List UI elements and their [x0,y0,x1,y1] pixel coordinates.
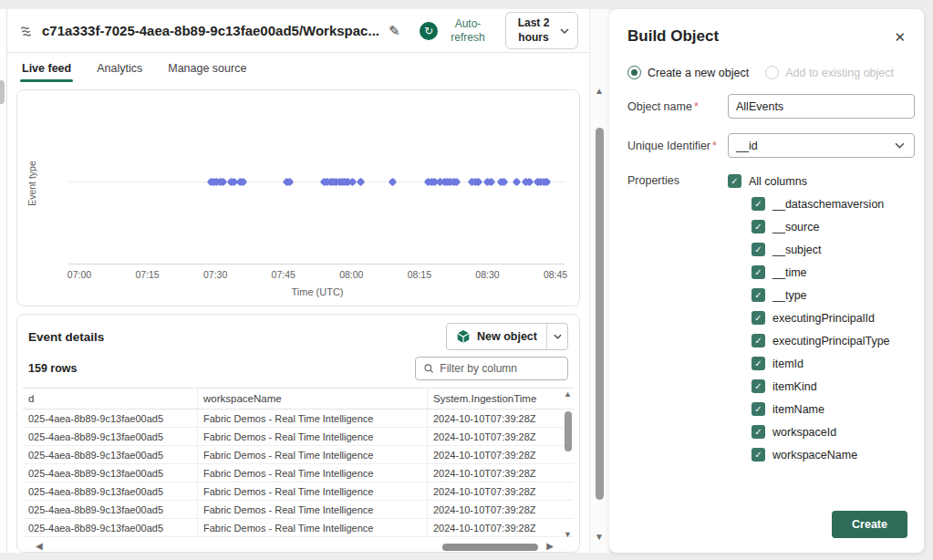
unique-identifier-value: __id [736,140,758,152]
table-cell: Fabric Demos - Real Time Intelligence [198,428,428,445]
auto-refresh-label: Auto-refresh [445,17,491,45]
chevron-down-icon [895,142,905,149]
table-cell: 025-4aea-8b89-9c13fae00ad5 [23,464,198,482]
table-hscroll-thumb[interactable] [442,544,538,551]
table-cell: Fabric Demos - Real Time Intelligence [198,501,428,518]
page-scroll-down-arrow-icon[interactable]: ▼ [595,532,604,542]
event-data-point[interactable] [356,177,365,186]
object-name-label: Object name* [627,100,728,113]
table-row[interactable]: 025-4aea-8b89-9c13fae00ad5Fabric Demos -… [23,446,574,464]
radio-create-new-object[interactable]: Create a new object [627,66,749,79]
close-icon[interactable]: ✕ [894,30,906,44]
table-cell: 2024-10-10T07:39:28Z [428,482,555,500]
column-header-id[interactable]: d [23,389,198,409]
new-object-button[interactable]: New object [447,324,546,349]
filter-by-column-box [415,357,568,380]
table-cell: Fabric Demos - Real Time Intelligence [198,410,428,427]
panel-title: Build Object [627,27,719,46]
object-cube-icon [456,329,471,344]
chart-y-axis-label: Event type [26,156,37,211]
table-cell: Fabric Demos - Real Time Intelligence [198,519,428,536]
checkbox-executingPrincipalId[interactable]: ✓executingPrincipalId [752,311,915,325]
unique-identifier-dropdown[interactable]: __id [728,133,915,158]
tab-analytics[interactable]: Analytics [95,57,144,80]
table-cell: 2024-10-10T07:39:28Z [428,446,555,463]
checkbox-source[interactable]: ✓__source [752,220,915,233]
page-scroll-thumb[interactable] [596,128,604,500]
table-cell: Fabric Demos - Real Time Intelligence [198,464,428,482]
checkbox-executingPrincipalType[interactable]: ✓executingPrincipalType [752,334,915,347]
page-scrollbar: ▲ ▼ [589,9,609,553]
scroll-left-arrow-icon[interactable]: ◀ [36,541,43,551]
checkbox-label: executingPrincipalId [772,312,875,325]
properties-column-list: ✓__dataschemaversion✓__source✓__subject✓… [728,197,915,461]
scroll-up-arrow-icon[interactable]: ▲ [564,389,572,399]
table-row[interactable]: 025-4aea-8b89-9c13fae00ad5Fabric Demos -… [23,464,574,482]
required-asterisk: * [694,100,699,113]
scroll-down-arrow-icon[interactable]: ▼ [564,530,572,539]
checkbox-checked-icon: ✓ [728,174,741,188]
x-axis-tick: 08:15 [408,269,431,280]
time-range-value: Last 2 hours [514,16,553,45]
table-horizontal-scrollbar: ◀ ▶ [23,539,574,553]
rename-pencil-icon[interactable]: ✎ [389,23,400,39]
auto-refresh-icon[interactable]: ↻ [420,22,438,40]
object-mode-radio-group: Create a new object Add to existing obje… [627,66,906,79]
checkbox-all-columns[interactable]: ✓ All columns [728,174,915,188]
table-vertical-scrollbar: ▲ ▼ [561,388,575,541]
object-name-input[interactable] [728,94,915,119]
checkbox-checked-icon: ✓ [752,288,765,302]
table-row[interactable]: 025-4aea-8b89-9c13fae00ad5Fabric Demos -… [23,428,574,446]
column-header-workspace-name[interactable]: workspaceName [198,389,428,409]
eventstream-live-feed-screen: c71a333f-7025-4aea-8b89-9c13fae00ad5/Wor… [0,0,933,560]
event-data-point[interactable] [388,177,397,186]
checkbox-checked-icon: ✓ [752,448,765,461]
create-button[interactable]: Create [832,511,907,538]
table-row[interactable]: 025-4aea-8b89-9c13fae00ad5Fabric Demos -… [23,410,574,428]
tab-manage-source[interactable]: Manage source [166,57,248,80]
filter-by-column-input[interactable] [440,362,560,375]
panel-header: Build Object ✕ [609,9,924,46]
build-object-panel: Build Object ✕ Create a new object Add t… [609,9,924,553]
checkbox-subject[interactable]: ✓__subject [752,243,915,256]
table-cell: 025-4aea-8b89-9c13fae00ad5 [23,519,198,536]
event-data-point[interactable] [513,177,522,186]
checkbox-itemId[interactable]: ✓itemId [752,357,915,370]
table-row[interactable]: 025-4aea-8b89-9c13fae00ad5Fabric Demos -… [23,501,574,519]
properties-label: Properties [627,174,728,187]
event-details-header: Event details New object [17,315,579,350]
x-axis-tick: 08:00 [339,269,363,280]
time-range-button[interactable]: Last 2 hours [505,12,578,49]
page-title: c71a333f-7025-4aea-8b89-9c13fae00ad5/Wor… [42,23,379,38]
checkbox-itemName[interactable]: ✓itemName [752,402,915,416]
radio-add-to-existing-object[interactable]: Add to existing object [765,66,894,79]
new-object-dropdown-chevron[interactable] [547,324,567,349]
left-rail-handle[interactable] [0,80,5,104]
column-header-ingestion-time[interactable]: System.IngestionTime [428,389,555,409]
table-row[interactable]: 025-4aea-8b89-9c13fae00ad5Fabric Demos -… [23,519,574,537]
chart-plot-area: Time (UTC) 07:0007:1507:3007:4508:0008:1… [70,90,565,306]
left-rail [0,9,7,553]
table-cell: 2024-10-10T07:39:28Z [428,501,555,518]
properties-section: Properties ✓ All columns ✓__dataschemave… [627,174,915,461]
checkbox-label: __subject [772,244,822,256]
event-details-title: Event details [28,330,104,344]
checkbox-itemKind[interactable]: ✓itemKind [752,379,915,393]
tab-live-feed[interactable]: Live feed [20,57,73,80]
checkbox-workspaceName[interactable]: ✓workspaceName [752,448,915,461]
table-vscroll-thumb[interactable] [565,411,572,451]
page-scroll-up-arrow-icon[interactable]: ▲ [595,86,604,96]
chevron-down-icon [554,334,562,339]
table-cell: 2024-10-10T07:39:28Z [428,410,555,427]
scroll-right-arrow-icon[interactable]: ▶ [546,541,554,551]
x-axis-tick: 07:45 [272,269,295,280]
chart-x-axis-label: Time (UTC) [70,286,565,297]
checkbox-dataschemaversion[interactable]: ✓__dataschemaversion [752,197,915,211]
checkbox-workspaceId[interactable]: ✓workspaceId [752,425,915,439]
table-row[interactable]: 025-4aea-8b89-9c13fae00ad5Fabric Demos -… [23,482,574,501]
checkbox-type[interactable]: ✓__type [752,288,915,302]
radio-icon [627,66,641,79]
x-axis-tick: 07:15 [135,269,159,280]
checkbox-time[interactable]: ✓__time [752,265,915,279]
checkbox-checked-icon: ✓ [752,402,765,416]
